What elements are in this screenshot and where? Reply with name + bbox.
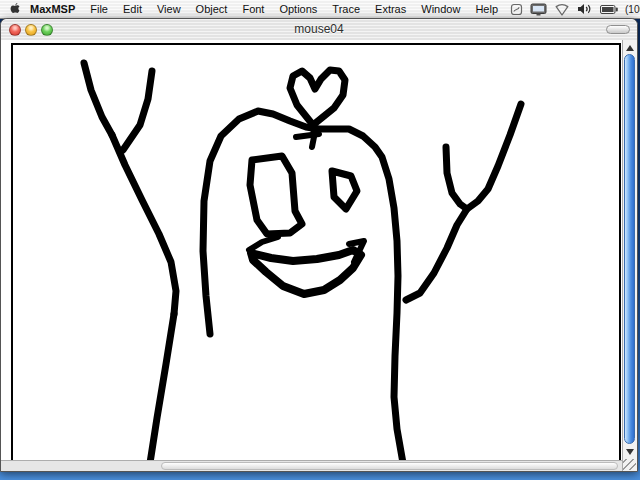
menu-extras[interactable]: Extras	[372, 3, 409, 15]
menu-extras-status-area: (100%) A 14:26	[510, 2, 640, 17]
menu-bar: MaxMSP File Edit View Object Font Option…	[0, 0, 640, 19]
menu-edit[interactable]: Edit	[120, 3, 145, 15]
scroll-up-arrow[interactable]	[623, 41, 637, 54]
window-title: mouse04	[1, 22, 637, 36]
script-menu-icon[interactable]	[510, 3, 523, 16]
menu-help[interactable]: Help	[472, 3, 501, 15]
vertical-scrollbar[interactable]	[622, 40, 637, 471]
scroll-down-arrow[interactable]	[623, 445, 637, 458]
stroke-left-finger-outer	[84, 63, 112, 135]
toolbar-pill-button[interactable]	[606, 25, 630, 34]
menu-object[interactable]: Object	[193, 3, 231, 15]
stroke-upper-lip-left	[249, 237, 278, 250]
stroke-left-eye	[250, 156, 302, 234]
apple-menu-icon[interactable]	[9, 2, 21, 16]
title-bar[interactable]: mouse04	[1, 19, 637, 41]
stroke-right-finger	[446, 147, 467, 209]
stroke-head-outline	[203, 111, 403, 462]
patcher-window: mouse04	[0, 18, 638, 472]
stroke-left-arm	[112, 135, 176, 314]
stroke-mouth	[251, 250, 361, 294]
menu-view[interactable]: View	[154, 3, 184, 15]
desktop-background: MaxMSP File Edit View Object Font Option…	[0, 0, 640, 480]
horizontal-scrollbar[interactable]	[1, 460, 622, 471]
battery-icon[interactable]	[600, 5, 618, 14]
stroke-right-eye	[332, 171, 357, 209]
window-content	[1, 40, 637, 471]
battery-percent-label: (100%)	[625, 4, 640, 15]
vertical-scroll-thumb[interactable]	[624, 54, 635, 444]
menu-font[interactable]: Font	[239, 3, 267, 15]
stroke-left-finger-inner	[123, 71, 152, 150]
resize-grip[interactable]	[623, 459, 636, 470]
menu-maxmsp[interactable]: MaxMSP	[27, 3, 78, 15]
displays-icon[interactable]	[530, 3, 547, 16]
stroke-stem-crossbar	[296, 134, 319, 137]
stroke-heart-stem-top	[290, 70, 345, 125]
drawing-svg	[13, 45, 619, 462]
drawing-canvas[interactable]	[11, 43, 621, 462]
airport-icon[interactable]	[554, 3, 570, 16]
horizontal-scroll-thumb[interactable]	[161, 462, 618, 470]
stroke-body-left	[150, 314, 174, 462]
menu-options[interactable]: Options	[276, 3, 320, 15]
menu-window[interactable]: Window	[418, 3, 463, 15]
menu-file[interactable]: File	[87, 3, 111, 15]
menu-trace[interactable]: Trace	[329, 3, 363, 15]
stroke-right-arm	[406, 104, 521, 300]
volume-icon[interactable]	[577, 3, 593, 15]
